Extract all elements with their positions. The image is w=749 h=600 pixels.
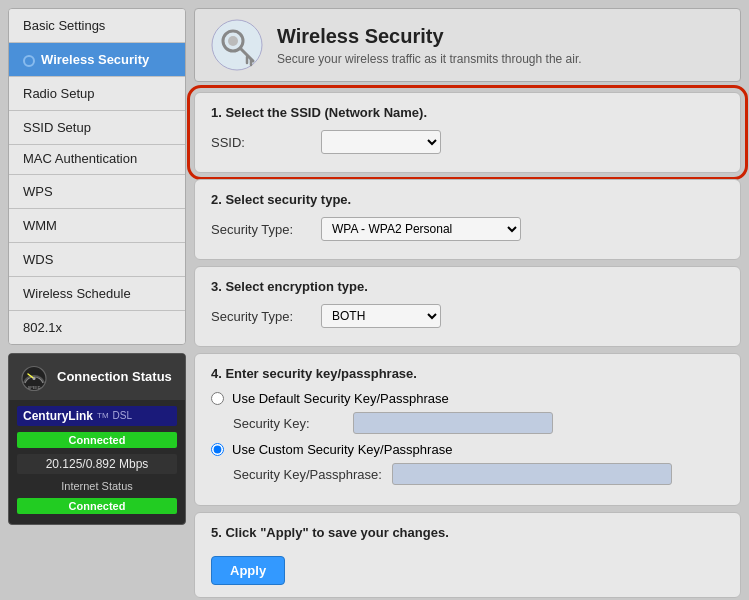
ssid-select[interactable] bbox=[321, 130, 441, 154]
isp-tm: TM bbox=[97, 411, 109, 420]
security-type-label: Security Type: bbox=[211, 222, 311, 237]
passphrase-row: Security Key/Passphrase: bbox=[233, 463, 724, 485]
ssid-label: SSID: bbox=[211, 135, 311, 150]
security-type-select[interactable]: WPA - WPA2 Personal WPA Personal WPA2 Pe… bbox=[321, 217, 521, 241]
connected-badge: Connected bbox=[17, 432, 177, 448]
section1-title: 1. Select the SSID (Network Name). bbox=[211, 105, 724, 120]
default-key-radio[interactable] bbox=[211, 392, 224, 405]
connection-status-header: SPEED Connection Status bbox=[9, 354, 185, 400]
connection-status-body: CenturyLink TM DSL Connected 20.125/0.89… bbox=[9, 400, 185, 524]
svg-point-2 bbox=[33, 377, 36, 380]
section-ssid: 1. Select the SSID (Network Name). SSID: bbox=[194, 92, 741, 173]
security-key-input[interactable] bbox=[353, 412, 553, 434]
sidebar-item-wmm[interactable]: WMM bbox=[9, 209, 185, 243]
sidebar: Basic Settings Wireless Security Radio S… bbox=[8, 8, 186, 598]
custom-key-radio-row: Use Custom Security Key/Passphrase bbox=[211, 442, 724, 457]
section-apply: 5. Click "Apply" to save your changes. A… bbox=[194, 512, 741, 598]
internet-connected-badge: Connected bbox=[17, 498, 177, 514]
passphrase-input[interactable] bbox=[392, 463, 672, 485]
internet-status-label: Internet Status bbox=[17, 478, 177, 494]
header-text: Wireless Security Secure your wireless t… bbox=[277, 25, 582, 66]
active-indicator-icon bbox=[23, 55, 35, 67]
speed-display: 20.125/0.892 Mbps bbox=[17, 454, 177, 474]
section-security-type: 2. Select security type. Security Type: … bbox=[194, 179, 741, 260]
sidebar-item-ssid-setup[interactable]: SSID Setup bbox=[9, 111, 185, 145]
security-type-field-row: Security Type: WPA - WPA2 Personal WPA P… bbox=[211, 217, 724, 241]
speedometer-icon: SPEED bbox=[19, 362, 49, 392]
security-key-label: Security Key: bbox=[233, 416, 343, 431]
sidebar-item-mac-authentication[interactable]: MAC Authentication bbox=[9, 145, 185, 175]
page-subtitle: Secure your wireless traffic as it trans… bbox=[277, 52, 582, 66]
apply-button[interactable]: Apply bbox=[211, 556, 285, 585]
section2-title: 2. Select security type. bbox=[211, 192, 724, 207]
isp-row: CenturyLink TM DSL bbox=[17, 406, 177, 426]
sidebar-item-8021x[interactable]: 802.1x bbox=[9, 311, 185, 344]
security-key-row: Security Key: bbox=[233, 412, 724, 434]
ssid-field-row: SSID: bbox=[211, 130, 724, 154]
svg-point-4 bbox=[212, 20, 262, 70]
section5-title: 5. Click "Apply" to save your changes. bbox=[211, 525, 724, 540]
isp-name: CenturyLink bbox=[23, 409, 93, 423]
encryption-select[interactable]: BOTH TKIP AES bbox=[321, 304, 441, 328]
default-key-radio-row: Use Default Security Key/Passphrase bbox=[211, 391, 724, 406]
encryption-label: Security Type: bbox=[211, 309, 311, 324]
sidebar-item-radio-setup[interactable]: Radio Setup bbox=[9, 77, 185, 111]
page-header: Wireless Security Secure your wireless t… bbox=[194, 8, 741, 82]
connection-status-title: Connection Status bbox=[57, 369, 172, 385]
default-key-label: Use Default Security Key/Passphrase bbox=[232, 391, 449, 406]
page-title: Wireless Security bbox=[277, 25, 582, 48]
main-content: Wireless Security Secure your wireless t… bbox=[194, 8, 741, 598]
section3-title: 3. Select encryption type. bbox=[211, 279, 724, 294]
custom-key-radio[interactable] bbox=[211, 443, 224, 456]
isp-type: DSL bbox=[113, 410, 132, 421]
sidebar-item-basic-settings[interactable]: Basic Settings bbox=[9, 9, 185, 43]
svg-text:SPEED: SPEED bbox=[28, 386, 41, 390]
custom-key-label: Use Custom Security Key/Passphrase bbox=[232, 442, 452, 457]
encryption-field-row: Security Type: BOTH TKIP AES bbox=[211, 304, 724, 328]
passphrase-label: Security Key/Passphrase: bbox=[233, 467, 382, 482]
section-encryption: 3. Select encryption type. Security Type… bbox=[194, 266, 741, 347]
wireless-security-icon bbox=[211, 19, 263, 71]
sidebar-nav: Basic Settings Wireless Security Radio S… bbox=[8, 8, 186, 345]
sidebar-item-wps[interactable]: WPS bbox=[9, 175, 185, 209]
sidebar-item-wireless-schedule[interactable]: Wireless Schedule bbox=[9, 277, 185, 311]
sidebar-item-wireless-security[interactable]: Wireless Security bbox=[9, 43, 185, 77]
section4-title: 4. Enter security key/passphrase. bbox=[211, 366, 724, 381]
svg-point-6 bbox=[228, 36, 238, 46]
sidebar-item-wds[interactable]: WDS bbox=[9, 243, 185, 277]
connection-status-box: SPEED Connection Status CenturyLink TM D… bbox=[8, 353, 186, 525]
section-passphrase: 4. Enter security key/passphrase. Use De… bbox=[194, 353, 741, 506]
